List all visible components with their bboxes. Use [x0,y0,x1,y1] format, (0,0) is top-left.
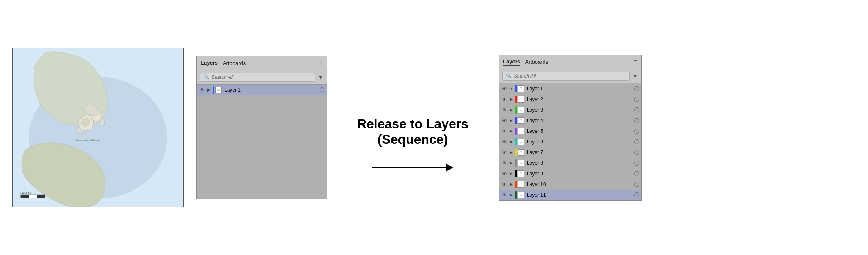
right-chevron-icon-10[interactable]: ▶ [509,192,514,197]
svg-rect-9 [37,195,45,198]
right-color-bar-7 [515,159,517,167]
right-layer-thumb-8: □ [518,170,524,177]
arrow-line [372,167,446,168]
left-eye-icon[interactable]: 👁 [199,87,205,92]
arrow-section: Release to Layers (Sequence) [327,83,499,172]
right-tab-layers[interactable]: Layers [503,58,520,66]
left-tab-artboards[interactable]: Artboards [223,59,246,67]
right-layer-name-8: Layer 9 [526,171,633,177]
right-layer-name-0: Layer 1 [526,86,633,92]
right-layer-row[interactable]: 👁▶□Layer 2 [499,94,641,105]
right-layer-thumb-10: □ [518,192,524,198]
right-filter-icon[interactable]: ▼ [632,73,638,79]
right-eye-icon-0[interactable]: 👁 [501,86,508,91]
right-color-bar-8 [515,170,517,177]
right-color-bar-1 [515,96,517,103]
right-panel-header: Layers Artboards ≡ [499,55,641,69]
map-svg: Faroe Islands (Føroyar) 0 10 20 KM [13,48,183,207]
right-search-icon: 🔍 [506,73,512,78]
right-layer-row[interactable]: 👁▶□Layer 3 [499,105,641,115]
left-layers-panel: Layers Artboards ≡ 🔍 Search All ▼ 👁 ▶ [196,56,327,199]
right-circle-icon-9 [634,182,639,187]
right-layer-row[interactable]: 👁▶□Layer 10 [499,179,641,190]
right-eye-icon-8[interactable]: 👁 [501,171,508,176]
right-layer-name-10: Layer 11 [526,192,633,198]
right-layer-name-4: Layer 5 [526,128,633,134]
right-layer-thumb-7: □ [518,160,524,166]
svg-point-2 [100,119,105,126]
right-layer-row[interactable]: 👁▶□Layer 11 [499,190,641,200]
right-circle-icon-4 [634,129,639,134]
right-panel-menu-icon[interactable]: ≡ [634,58,637,65]
right-eye-icon-9[interactable]: 👁 [501,182,508,187]
right-chevron-icon-7[interactable]: ▶ [509,161,514,165]
right-eye-icon-6[interactable]: 👁 [501,150,508,155]
right-layer-thumb-9: □ [518,181,524,188]
right-chevron-icon-9[interactable]: ▶ [509,182,514,186]
left-panel-menu-icon[interactable]: ≡ [319,60,322,66]
right-layer-name-6: Layer 7 [526,150,633,155]
right-circle-icon-2 [634,107,639,112]
right-circle-icon-1 [634,97,639,102]
right-eye-icon-3[interactable]: 👁 [501,118,508,123]
left-layers-content: 👁 ▶ □ Layer 1 [197,85,327,199]
right-chevron-icon-3[interactable]: ▶ [509,118,514,123]
right-circle-icon-10 [634,192,639,197]
right-layer-row[interactable]: 👁▶□Layer 5 [499,126,641,136]
right-search-placeholder: Search All [514,73,536,79]
right-chevron-icon-8[interactable]: ▶ [509,171,514,176]
right-layer-row[interactable]: 👁▶□Layer 7 [499,147,641,158]
right-color-bar-10 [515,191,517,199]
left-layer-row[interactable]: 👁 ▶ □ Layer 1 [197,85,327,95]
right-chevron-icon-2[interactable]: ▶ [509,107,514,112]
right-chevron-icon-0[interactable]: ▾ [509,86,514,91]
left-chevron-icon[interactable]: ▶ [206,87,211,92]
left-search-placeholder: Search All [211,74,233,80]
left-tab-layers[interactable]: Layers [201,59,218,67]
right-color-bar-2 [515,106,517,114]
right-circle-icon-6 [634,150,639,155]
left-circle-icon [320,87,324,92]
right-layer-thumb-0: □ [518,85,524,92]
svg-rect-7 [21,195,29,198]
right-layer-row[interactable]: 👁▶□Layer 4 [499,115,641,126]
right-layer-thumb-4: □ [518,128,524,134]
right-layer-row[interactable]: 👁▶□Layer 9 [499,168,641,179]
right-eye-icon-10[interactable]: 👁 [501,192,508,197]
right-eye-icon-1[interactable]: 👁 [501,97,508,102]
right-chevron-icon-1[interactable]: ▶ [509,97,514,101]
right-eye-icon-7[interactable]: 👁 [501,161,508,166]
left-panel-wrapper: Layers Artboards ≡ 🔍 Search All ▼ 👁 ▶ [196,56,327,199]
arrow-head [446,163,453,172]
right-circle-icon-7 [634,161,639,166]
right-circle-icon-3 [634,118,639,123]
right-eye-icon-2[interactable]: 👁 [501,107,508,112]
right-tab-artboards[interactable]: Artboards [525,58,548,66]
release-label: Release to Layers (Sequence) [357,116,468,148]
left-layer-name: Layer 1 [223,87,318,93]
right-layer-name-9: Layer 10 [526,181,633,187]
right-layer-row[interactable]: 👁▶□Layer 6 [499,136,641,147]
left-layer-thumb: □ [215,87,222,93]
right-layer-name-2: Layer 3 [526,107,633,113]
right-layers-content: 👁▾□Layer 1👁▶□Layer 2👁▶□Layer 3👁▶□Layer 4… [499,83,641,200]
right-layer-row[interactable]: 👁▾□Layer 1 [499,83,641,94]
right-layer-thumb-6: □ [518,149,524,156]
left-search-row: 🔍 Search All ▼ [197,70,327,85]
right-layer-name-7: Layer 8 [526,160,633,166]
right-search-box[interactable]: 🔍 Search All [502,72,630,81]
right-layer-name-3: Layer 4 [526,118,633,123]
right-eye-icon-5[interactable]: 👁 [501,139,508,144]
right-layer-row[interactable]: 👁▶□Layer 8 [499,158,641,168]
left-search-box[interactable]: 🔍 Search All [200,73,315,82]
right-eye-icon-4[interactable]: 👁 [501,129,508,134]
right-color-bar-0 [515,85,517,92]
left-filter-icon[interactable]: ▼ [318,74,323,81]
right-circle-icon-5 [634,139,639,144]
right-chevron-icon-5[interactable]: ▶ [509,139,514,144]
arrow-row [372,163,453,172]
right-chevron-icon-4[interactable]: ▶ [509,129,514,133]
right-chevron-icon-6[interactable]: ▶ [509,150,514,154]
left-panel-header: Layers Artboards ≡ [197,56,327,70]
right-layer-thumb-3: □ [518,117,524,124]
